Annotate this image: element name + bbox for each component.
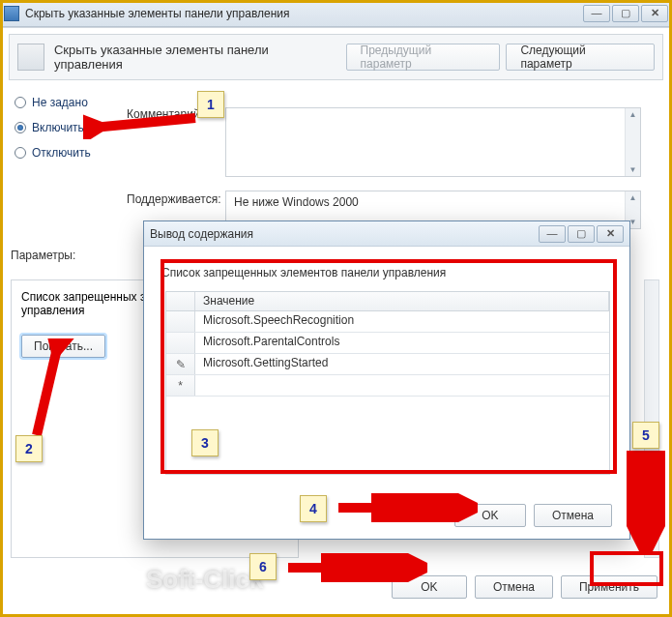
radio-label: Не задано — [32, 96, 88, 109]
row-handle-new-icon[interactable]: * — [166, 375, 195, 396]
grid-row[interactable]: Microsoft.SpeechRecognition — [166, 311, 609, 333]
nested-maximize-button[interactable]: ▢ — [568, 225, 595, 243]
callout-2: 2 — [15, 435, 43, 462]
nested-button-row: OK Отмена — [447, 504, 612, 527]
grid-row-new[interactable]: * — [166, 375, 609, 397]
app-icon — [4, 6, 19, 21]
grid-col-value: Значение — [195, 292, 609, 310]
callout-4: 4 — [300, 495, 327, 522]
header-strip: Скрыть указанные элементы панели управле… — [9, 34, 663, 80]
supported-label: Поддерживается: — [127, 192, 221, 206]
maximize-button[interactable]: ▢ — [612, 5, 639, 22]
window-title: Скрыть указанные элементы панели управле… — [25, 7, 290, 20]
radio-label: Отключить — [32, 146, 91, 160]
row-value[interactable]: Microsoft.ParentalControls — [195, 333, 609, 353]
nested-close-button[interactable]: ✕ — [597, 225, 624, 243]
radio-dot-icon — [15, 147, 26, 159]
radio-enable[interactable]: Включить — [15, 121, 91, 134]
values-grid[interactable]: Значение Microsoft.SpeechRecognition Mic… — [165, 291, 610, 475]
radio-label: Включить — [32, 121, 84, 134]
show-contents-dialog: Вывод содержания — ▢ ✕ Список запрещенны… — [143, 220, 630, 540]
policy-icon — [17, 44, 44, 71]
nested-title-bar: Вывод содержания — ▢ ✕ — [144, 221, 629, 247]
grid-header: Значение — [166, 292, 609, 311]
main-button-row: OK Отмена Применить — [384, 575, 657, 599]
row-value-empty[interactable] — [195, 375, 609, 396]
minimize-button[interactable]: — — [583, 5, 610, 22]
policy-title: Скрыть указанные элементы панели управле… — [54, 43, 340, 72]
window-title-bar: Скрыть указанные элементы панели управле… — [0, 0, 672, 27]
radio-dot-icon — [15, 97, 26, 108]
row-handle-edit-icon[interactable]: ✎ — [166, 354, 195, 374]
nested-minimize-button[interactable]: — — [539, 225, 566, 243]
radio-dot-icon — [15, 122, 26, 133]
radio-not-set[interactable]: Не задано — [15, 96, 91, 109]
prev-param-button[interactable]: Предыдущий параметр — [346, 44, 501, 71]
row-handle[interactable] — [166, 311, 195, 332]
row-handle[interactable] — [166, 333, 195, 353]
apply-button[interactable]: Применить — [561, 575, 657, 599]
params-label: Параметры: — [11, 249, 75, 262]
callout-5: 5 — [632, 422, 659, 449]
state-radio-group: Не задано Включить Отключить — [15, 96, 91, 171]
show-button[interactable]: Показать... — [21, 335, 105, 358]
callout-6: 6 — [249, 553, 277, 580]
scroll-up-icon[interactable]: ▲ — [629, 193, 637, 202]
comment-label: Комментарий: — [127, 107, 203, 121]
radio-disable[interactable]: Отключить — [15, 146, 91, 160]
watermark-text: Soft-Click — [146, 565, 263, 595]
nested-body: Список запрещенных элементов панели упра… — [144, 247, 629, 539]
comment-textarea[interactable]: ▲▼ — [225, 107, 641, 177]
callout-1: 1 — [197, 91, 224, 118]
next-param-button[interactable]: Следующий параметр — [506, 44, 655, 71]
cancel-button[interactable]: Отмена — [475, 575, 553, 599]
grid-row[interactable]: ✎ Microsoft.GettingStarted — [166, 354, 609, 375]
scroll-down-icon[interactable]: ▼ — [629, 165, 637, 174]
nested-heading: Список запрещенных элементов панели упра… — [161, 266, 446, 279]
row-value[interactable]: Microsoft.SpeechRecognition — [195, 311, 609, 332]
ok-button[interactable]: OK — [392, 575, 467, 599]
grid-row-handle-header — [166, 292, 195, 310]
supported-text: Не ниже Windows 2000 — [234, 195, 359, 209]
row-value[interactable]: Microsoft.GettingStarted — [195, 354, 609, 374]
nested-cancel-button[interactable]: Отмена — [534, 504, 612, 527]
scroll-up-icon[interactable]: ▲ — [629, 110, 637, 119]
help-scrollbar[interactable] — [644, 279, 659, 558]
callout-3: 3 — [191, 429, 219, 456]
nested-ok-button[interactable]: OK — [454, 504, 526, 527]
scrollbar[interactable]: ▲▼ — [625, 108, 640, 176]
grid-row[interactable]: Microsoft.ParentalControls — [166, 333, 609, 354]
nested-title-text: Вывод содержания — [150, 227, 253, 241]
close-button[interactable]: ✕ — [641, 5, 668, 22]
